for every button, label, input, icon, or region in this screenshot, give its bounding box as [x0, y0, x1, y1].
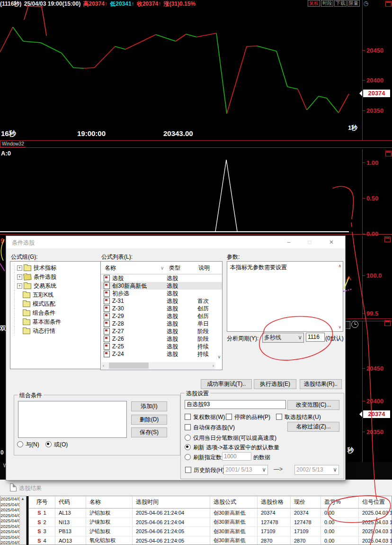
- tree-item-条件选股[interactable]: +条件选股: [10, 272, 100, 282]
- formula-row-Z-30[interactable]: Z-30选股创历: [101, 305, 222, 312]
- table-cell: 创30新高新低: [210, 527, 258, 536]
- date-from-dropdown[interactable]: 2001/ 5/13∨: [223, 465, 268, 475]
- table-row[interactable]: S1AL13沪铝加权2025-04-06 21:24:04创30新高新低2037…: [29, 509, 392, 518]
- tree-item-技术指标[interactable]: +技术指标: [10, 263, 100, 272]
- execute-pick-button[interactable]: 执行选股(E): [254, 379, 296, 389]
- table-cell: 创30新高新低: [210, 536, 258, 545]
- tab-window32[interactable]: Window32: [0, 141, 29, 147]
- formula-tree[interactable]: +技术指标+条件选股+交易系统五彩K线模式匹配组合条件基本面条件动态行情: [10, 261, 101, 369]
- tree-guide-line: [12, 318, 17, 327]
- maximize-button[interactable]: □: [303, 238, 317, 246]
- period-dropdown[interactable]: 多秒线∨: [262, 333, 304, 343]
- tree-item-动态行情[interactable]: 动态行情: [10, 327, 100, 336]
- range-input[interactable]: 自选股93: [185, 400, 286, 409]
- checkbox-restore-data[interactable]: 复权数据(W): [185, 413, 225, 421]
- horizontal-scrollbar[interactable]: ‹ ›: [101, 362, 215, 369]
- table-row[interactable]: S2NI13沪镍加权2025-04-06 21:24:04创30新高新低1274…: [29, 518, 392, 527]
- folder-icon: [23, 319, 30, 325]
- tree-item-label: 动态行情: [33, 327, 55, 335]
- checkbox-history[interactable]: 历史阶段(H): [185, 466, 224, 474]
- tree-item-交易系统[interactable]: +交易系统: [10, 282, 100, 291]
- table-header-cell[interactable]: 选股时间: [133, 496, 210, 508]
- table-cell: 20374: [291, 509, 321, 518]
- period-1s-label: 1秒: [348, 124, 357, 132]
- table-header-cell[interactable]: 选股价格: [258, 496, 291, 508]
- pane-icon[interactable]: [384, 236, 391, 242]
- table-header-cell[interactable]: 选股公式: [210, 496, 258, 508]
- change-range-button[interactable]: 改变范围(C)...: [287, 400, 339, 410]
- table-header-cell[interactable]: 序号: [29, 496, 55, 508]
- radio-and[interactable]: 与(N): [17, 441, 39, 449]
- document-icon: [10, 483, 17, 491]
- table-header-cell[interactable]: 信号位置: [359, 496, 392, 508]
- folder-icon: [23, 292, 30, 298]
- formula-type: 选股: [167, 290, 197, 297]
- expand-icon[interactable]: +: [17, 283, 22, 289]
- table-header-cell[interactable]: 盈亏%: [321, 496, 359, 508]
- tree-guide-line: [12, 263, 17, 272]
- formula-row-选股[interactable]: 选股选股: [101, 274, 222, 282]
- close-button[interactable]: ✕: [324, 238, 339, 246]
- combo-list[interactable]: [18, 401, 127, 438]
- formula-name: Z-29: [112, 313, 167, 319]
- delete-button[interactable]: 删除(D): [131, 415, 167, 425]
- name-filter-button[interactable]: 名称过滤(Z)...: [287, 422, 339, 432]
- period-input[interactable]: 1116: [306, 333, 325, 342]
- pick-result-button[interactable]: 选股结果(R)..: [300, 379, 342, 389]
- tree-item-基本面条件[interactable]: 基本面条件: [10, 318, 100, 327]
- table-header-cell[interactable]: 现价: [291, 496, 321, 508]
- window-icon[interactable]: [385, 1, 392, 7]
- formula-name: 创30新高新低: [112, 282, 167, 290]
- save-button[interactable]: 保存(S): [131, 427, 167, 437]
- success-rate-test-button[interactable]: 成功率测试(T)..: [201, 379, 252, 389]
- pane-icon[interactable]: [385, 151, 392, 156]
- formula-row-Z-27[interactable]: Z-27选股阶段: [101, 327, 222, 335]
- formula-list[interactable]: 名称 ∨ 类型 说明 选股选股创30新高新低选股初步选选股Z-31选股首次Z-3…: [100, 261, 223, 370]
- date-scrollbar[interactable]: ▲: [19, 496, 26, 545]
- tree-item-模式匹配[interactable]: 模式匹配: [10, 300, 100, 309]
- formula-row-Z-28[interactable]: Z-28选股单日: [101, 320, 222, 327]
- formula-row-初步选[interactable]: 初步选选股: [101, 290, 222, 297]
- minimize-button[interactable]: –: [282, 238, 296, 246]
- clock-icon[interactable]: ◷: [364, 0, 368, 7]
- add-button[interactable]: 添加(I): [131, 401, 167, 411]
- table-cell: 创30新高新低: [210, 509, 258, 518]
- range-arrow: —>: [274, 466, 283, 472]
- formula-row-Z-29[interactable]: Z-29选股创历: [101, 312, 222, 320]
- formula-row-创30新高新低[interactable]: 创30新高新低选股: [101, 282, 222, 290]
- checkbox-suspended[interactable]: 停牌的品种(P): [226, 413, 270, 421]
- radio-today-tick[interactable]: 仅用当日分笔数据(可以提高速度): [185, 434, 276, 442]
- tree-guide-line: [12, 327, 17, 336]
- chart-segment: [216, 33, 227, 114]
- radio-refresh-default[interactable]: 刷新 选项->基本设置中的默认数量: [185, 444, 279, 452]
- formula-row-Z-31[interactable]: Z-31选股首次: [101, 297, 222, 305]
- formula-row-Z-25[interactable]: Z-25选股持续: [101, 343, 222, 350]
- dialog-titlebar[interactable]: 条件选股 – □ ✕: [6, 236, 345, 248]
- formula-type: 选股: [167, 320, 197, 327]
- table-row[interactable]: S4AO13氧化铝加权2025-04-06 21:24:05创30新高新低287…: [29, 536, 392, 545]
- table-cell: 17109: [291, 527, 321, 536]
- refresh-count-input[interactable]: 1000: [222, 452, 251, 461]
- list-header[interactable]: 名称 ∨ 类型 说明: [101, 262, 222, 274]
- tree-item-组合条件[interactable]: 组合条件: [10, 309, 100, 318]
- col-desc: 说明: [198, 264, 210, 272]
- axis-label: 20400: [366, 398, 383, 405]
- checkbox-take-result[interactable]: 取选股结果(U): [276, 413, 321, 421]
- tree-item-五彩K线[interactable]: 五彩K线: [10, 291, 100, 300]
- tree-item-label: 技术指标: [34, 264, 56, 272]
- tree-item-label: 模式匹配: [33, 300, 55, 308]
- formula-row-Z-24[interactable]: Z-24选股持续: [101, 350, 222, 358]
- formula-row-Z-26[interactable]: Z-26选股阶段: [101, 335, 222, 343]
- date-to-dropdown[interactable]: 2002/ 5/13∨: [294, 465, 339, 475]
- date-list-panel[interactable]: 2025/04/062025/04/062025/04/062025/04/06…: [0, 496, 27, 545]
- radio-or[interactable]: 或(O): [45, 441, 68, 449]
- checkbox-autosave[interactable]: 自动保存选股(V): [185, 424, 235, 432]
- table-header-cell[interactable]: 名称: [86, 496, 133, 508]
- radio-refresh-count[interactable]: 刷新指定数量: [185, 454, 227, 462]
- formula-type: 选股: [167, 343, 197, 350]
- expand-icon[interactable]: +: [17, 274, 22, 280]
- formula-type: 选股: [167, 282, 197, 290]
- expand-icon[interactable]: +: [17, 265, 22, 271]
- table-header-cell[interactable]: 代码: [55, 496, 86, 508]
- table-row[interactable]: S3PB13沪铅加权2025-04-06 21:24:05创30新高新低1710…: [29, 527, 392, 536]
